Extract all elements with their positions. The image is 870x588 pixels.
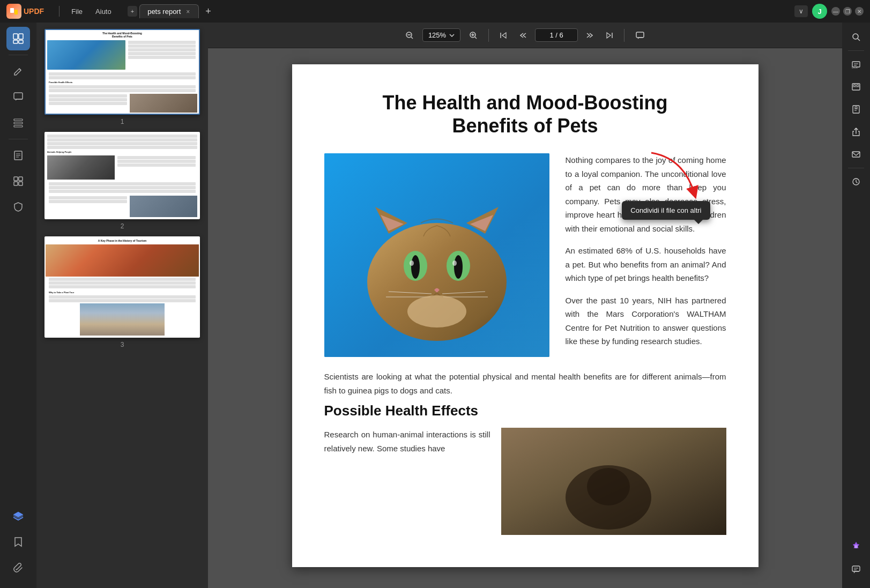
rs-history-icon[interactable] [846, 172, 866, 192]
left-sidebar [0, 23, 36, 588]
rs-ocr-icon[interactable]: OCR [846, 54, 866, 75]
thumb2-lower [46, 181, 199, 195]
svg-point-45 [853, 34, 858, 39]
svg-rect-11 [14, 177, 18, 181]
sidebar-bottom [6, 504, 30, 584]
sidebar-icon-bookmark[interactable] [6, 530, 30, 554]
toolbar-sep-1 [488, 29, 489, 42]
more-tabs-btn[interactable]: ∨ [794, 5, 808, 17]
thumb2-line1 [47, 135, 197, 138]
thumb3-t3 [49, 285, 196, 288]
pdf-para4: Scientists are looking at what the poten… [324, 370, 726, 397]
thumb2-ll3 [49, 190, 196, 193]
menu-aiuto[interactable]: Aiuto [90, 5, 117, 18]
tab-add-btn[interactable]: + [201, 6, 215, 17]
rs-secure-icon[interactable] [846, 99, 866, 120]
pdf-title: The Health and Mood-Boosting Benefits of… [324, 91, 726, 137]
thumbnail-frame-2: Animals Helping People [44, 132, 200, 219]
thumb1-subtitle: Possible Health Effects [47, 80, 197, 85]
svg-rect-1 [14, 10, 18, 14]
thumb2-ll1 [49, 182, 196, 185]
thumbnail-panel: The Health and Mood-BoostingBenefits of … [36, 23, 208, 588]
thumbnail-1[interactable]: The Health and Mood-BoostingBenefits of … [41, 29, 204, 125]
thumb2-t3 [117, 163, 196, 167]
thumb2-line3 [47, 142, 197, 145]
thumb2-img1 [47, 155, 115, 180]
sidebar-icon-thumbnail[interactable] [6, 27, 30, 50]
sidebar-icon-convert[interactable] [6, 169, 30, 193]
svg-point-59 [854, 545, 858, 548]
zoom-in-btn[interactable] [465, 28, 482, 43]
sidebar-icon-layers[interactable] [6, 504, 30, 528]
thumb3-t4 [49, 295, 196, 299]
next-page-btn[interactable] [582, 29, 597, 41]
svg-point-44 [587, 468, 630, 505]
first-page-btn[interactable] [495, 28, 511, 42]
thumb1-p-line1 [49, 94, 127, 98]
rs-sep-1 [848, 50, 864, 51]
pdf-area: 125% [208, 23, 842, 588]
tab-dropdown-btn[interactable]: + [128, 6, 137, 17]
prev-page-btn[interactable] [516, 29, 531, 41]
last-page-btn[interactable] [601, 28, 618, 42]
thumb1-p-line2 [49, 98, 127, 101]
rs-scan-icon[interactable] [846, 77, 866, 97]
svg-point-36 [452, 260, 457, 266]
svg-rect-13 [14, 182, 18, 185]
page-display[interactable]: 1 / 6 [535, 28, 578, 42]
zoom-display[interactable]: 125% [422, 28, 460, 42]
thumb1-title: The Health and Mood-BoostingBenefits of … [46, 30, 199, 39]
thumb3-t1 [49, 278, 196, 281]
thumb1-line5 [128, 56, 196, 59]
svg-rect-6 [14, 93, 23, 99]
maximize-btn[interactable]: ❐ [843, 7, 852, 16]
thumb2-text-col [116, 155, 197, 180]
app-logo: UPDF [6, 4, 44, 19]
minimize-btn[interactable]: — [831, 7, 840, 16]
sidebar-icon-attachment[interactable] [6, 556, 30, 579]
rs-share-icon[interactable] [846, 122, 866, 142]
thumbnail-2[interactable]: Animals Helping People [41, 132, 204, 230]
thumbnail-3[interactable]: A Key Phase in the History of Tourism Wh… [41, 236, 204, 348]
zoom-level-text: 125% [428, 31, 446, 39]
rs-chat-icon[interactable] [846, 559, 866, 579]
sidebar-icon-organize[interactable] [6, 111, 30, 135]
app-name: UPDF [24, 7, 44, 16]
sidebar-sep-1 [9, 55, 28, 55]
sidebar-icon-protect[interactable] [6, 195, 30, 219]
svg-point-34 [454, 255, 463, 279]
comment-btn[interactable] [631, 27, 649, 43]
tab-label: pets report [147, 8, 181, 16]
sidebar-icon-edit[interactable] [6, 59, 30, 83]
thumb2-lt1 [49, 196, 127, 199]
thumb3-t5 [49, 299, 196, 302]
toolbar-sep-2 [624, 29, 624, 42]
thumbnail-frame-3: A Key Phase in the History of Tourism Wh… [44, 236, 200, 338]
svg-rect-14 [19, 182, 23, 185]
sidebar-icon-extract[interactable] [6, 144, 30, 167]
pdf-title-line2: Benefits of Pets [452, 115, 598, 137]
active-tab[interactable]: pets report × [139, 4, 199, 18]
close-btn[interactable]: ✕ [855, 7, 864, 16]
thumb3-t2 [49, 281, 196, 285]
thumb3-title: A Key Phase in the History of Tourism [46, 237, 199, 243]
svg-point-41 [407, 295, 466, 328]
menu-file[interactable]: File [66, 5, 88, 18]
svg-rect-12 [19, 177, 23, 181]
rs-ai-icon[interactable] [846, 537, 866, 557]
zoom-out-btn[interactable] [401, 28, 418, 43]
thumb1-s-line2 [49, 89, 196, 92]
thumb2-lt2 [49, 200, 127, 203]
svg-rect-7 [14, 119, 23, 121]
thumb1-pagenum: 1 [121, 118, 124, 125]
titlebar-divider [59, 6, 60, 17]
thumb1-s-line1 [49, 85, 196, 88]
user-avatar[interactable]: J [812, 4, 827, 19]
rs-search-icon[interactable] [846, 27, 866, 47]
tab-close-btn[interactable]: × [185, 8, 191, 16]
rs-email-icon[interactable] [846, 144, 866, 165]
svg-rect-60 [852, 566, 860, 571]
pdf-scroll[interactable]: Condividi il file con altri The Health a… [208, 48, 842, 588]
titlebar: UPDF File Aiuto + pets report × + ∨ J — … [0, 0, 870, 23]
sidebar-icon-comment[interactable] [6, 85, 30, 109]
